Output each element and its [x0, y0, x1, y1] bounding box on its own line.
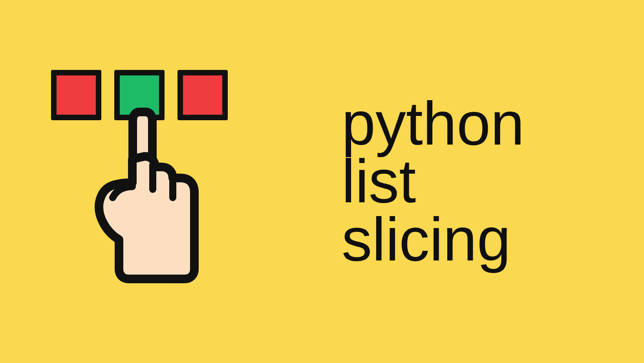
illustration-panel — [0, 0, 322, 363]
title-line-2: list — [342, 152, 644, 210]
pointing-hand-icon — [88, 104, 210, 286]
title-line-1: python — [342, 95, 644, 152]
title-line-3: slicing — [342, 211, 644, 268]
text-panel: python list slicing — [322, 0, 644, 363]
